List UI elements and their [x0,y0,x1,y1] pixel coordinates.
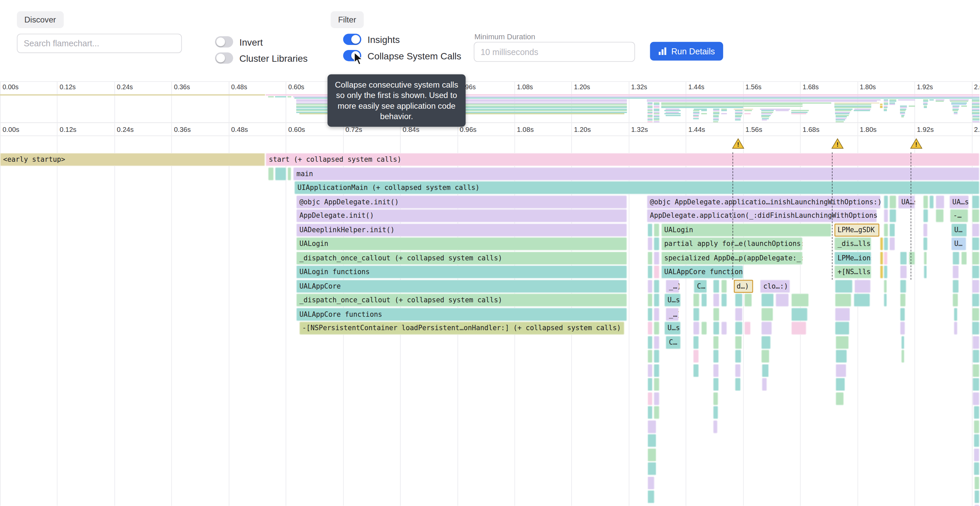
flame-bar[interactable] [654,364,660,377]
flame-bar[interactable] [648,237,652,250]
flame-bar-ualogin[interactable]: UALogin [296,237,627,250]
flame-bar[interactable] [973,364,980,377]
flame-bar-c[interactable] [694,108,707,110]
flame-bar[interactable] [835,108,853,110]
flame-bar-d[interactable]: d…) [733,279,753,293]
flame-bar-objc-appdelegate-init[interactable]: @objc AppDelegate.init() [296,195,627,208]
flame-bar[interactable] [900,308,905,321]
flame-bar[interactable] [648,434,657,447]
flame-bar[interactable] [854,293,870,307]
flame-bar[interactable] [835,322,850,335]
flame-bar[interactable] [648,108,652,110]
minimum-duration-input[interactable] [474,42,635,62]
flame-bar-lpme-ions[interactable] [834,105,871,107]
flame-bar-uiapplicationmain-collapsed-system[interactable]: UIApplicationMain (+ collapsed system ca… [294,181,979,194]
flame-bar[interactable] [744,113,751,114]
flame-bar[interactable] [735,350,741,363]
flame-bar-ualappcore[interactable]: UALAppCore [296,279,627,293]
flame-bar-u[interactable]: U… [951,237,966,250]
flame-bar-[interactable] [950,101,968,102]
flame-bar[interactable] [974,490,979,503]
flame-bar[interactable] [721,322,727,335]
flame-bar[interactable] [953,105,959,107]
flame-bar[interactable] [735,308,743,321]
flame-bar[interactable] [972,104,980,105]
flame-bar-ualappcore-functions[interactable]: UALAppCore functions [296,308,627,321]
warning-icon[interactable]: ! [732,138,744,149]
flame-bar[interactable] [713,110,719,111]
flame-bar[interactable] [923,104,928,105]
flame-bar-u-s[interactable]: U…s [664,322,681,335]
flame-bar[interactable] [972,108,980,110]
flame-bar[interactable] [654,237,660,250]
flame-bar[interactable] [648,322,652,335]
flame-bar[interactable] [972,107,980,108]
flame-bar[interactable] [762,364,768,377]
flame-bar[interactable] [735,119,741,121]
flame-bar[interactable] [884,110,887,111]
flame-bar[interactable] [890,223,896,236]
flame-bar[interactable] [654,308,660,321]
flame-bar[interactable] [713,119,719,121]
flame-bar[interactable] [693,308,699,321]
flame-bar[interactable] [901,114,904,116]
flame-bar[interactable] [836,392,844,405]
flame-bar[interactable] [792,111,808,113]
flame-bar[interactable] [648,462,657,475]
flame-bar[interactable] [835,110,851,111]
filter-button[interactable]: Filter [331,11,363,28]
flame-bar[interactable] [654,102,660,103]
flame-bar[interactable] [974,420,980,433]
flame-bar[interactable] [654,392,660,405]
flame-bar-ns-lls[interactable] [834,107,871,108]
flame-bar[interactable] [792,308,808,321]
cluster-libraries-toggle[interactable] [215,52,233,63]
flame-bar[interactable] [836,118,846,119]
flame-bar[interactable] [973,119,980,121]
flame-bar[interactable] [654,111,660,113]
flame-bar[interactable] [953,308,958,321]
flame-bar[interactable] [648,118,652,119]
flame-bar[interactable] [735,111,743,113]
flame-bar[interactable] [713,392,718,405]
flame-bar[interactable] [713,406,718,419]
flame-bar-lpme-ions[interactable]: LPMe…ions [834,251,871,265]
flame-bar[interactable] [744,322,751,335]
flame-bar[interactable] [701,110,707,111]
flame-bar[interactable] [924,107,927,108]
flame-bar[interactable] [973,118,980,119]
flame-bar[interactable] [713,378,719,391]
flame-bar[interactable] [973,114,980,116]
flame-bar[interactable] [972,251,980,265]
flame-bar[interactable] [654,114,660,116]
flame-bar[interactable] [880,265,883,279]
flame-bar[interactable] [854,108,871,110]
flame-bar[interactable] [735,336,742,349]
flame-bar[interactable] [972,322,980,335]
flame-bar-u[interactable] [951,102,967,103]
flame-bar[interactable] [648,293,652,307]
flame-bar[interactable] [735,118,741,119]
flame-bar-objc-appdelegate-applicatio-inish[interactable]: @objc AppDelegate.applicatio…inishLaunch… [647,195,881,208]
flame-bar[interactable] [761,116,769,117]
flame-bar[interactable] [901,350,904,363]
flame-bar[interactable] [761,308,773,321]
flame-bar[interactable] [884,99,888,100]
flame-bar[interactable] [972,113,980,114]
flame-bar[interactable] [713,293,719,307]
flame-bar[interactable] [890,102,896,103]
flame-bar[interactable] [890,99,896,100]
flame-bar-ua-s[interactable] [949,99,969,100]
flame-bar[interactable] [648,420,657,433]
flame-bar[interactable] [930,195,934,208]
flame-bar[interactable] [924,265,927,279]
flame-bar[interactable] [713,308,719,321]
flame-bar[interactable] [268,167,274,180]
flame-bar[interactable] [923,195,928,208]
flame-bar-appdelegate-application-didfinishl[interactable] [647,101,877,102]
flame-bar-d[interactable] [733,108,753,110]
flame-bar[interactable] [713,114,719,116]
flame-bar[interactable] [973,336,980,349]
flame-bar[interactable] [648,102,652,103]
flame-bar[interactable] [761,114,771,116]
